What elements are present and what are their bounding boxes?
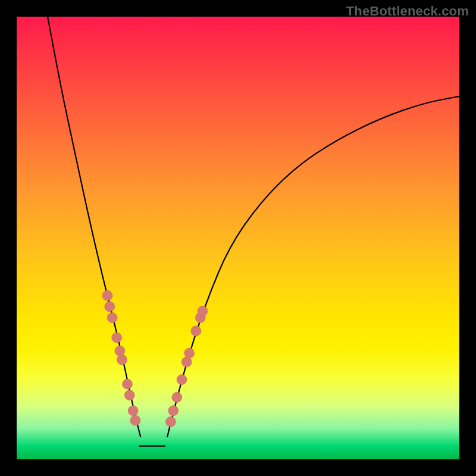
data-marker [115, 346, 125, 356]
curve-left [48, 17, 140, 437]
data-marker [102, 290, 112, 300]
data-marker [198, 306, 208, 316]
data-marker [172, 392, 182, 402]
curve-group [48, 17, 459, 437]
data-marker [168, 406, 178, 416]
data-marker [112, 333, 122, 343]
marker-cluster-left [102, 290, 140, 425]
data-marker [124, 390, 134, 400]
data-marker [105, 302, 115, 312]
data-marker [107, 312, 117, 322]
data-marker [191, 326, 201, 336]
data-marker [130, 415, 140, 425]
data-marker [123, 379, 133, 389]
data-marker [165, 416, 176, 427]
plot-area [17, 17, 459, 459]
data-marker [184, 348, 195, 358]
chart-container: TheBottleneck.com [0, 0, 476, 476]
marker-cluster-right [165, 306, 208, 427]
data-marker [117, 355, 127, 365]
chart-svg [17, 17, 459, 459]
data-marker [177, 375, 187, 385]
data-marker [181, 357, 192, 367]
curve-right [167, 96, 459, 437]
data-marker [128, 406, 138, 416]
